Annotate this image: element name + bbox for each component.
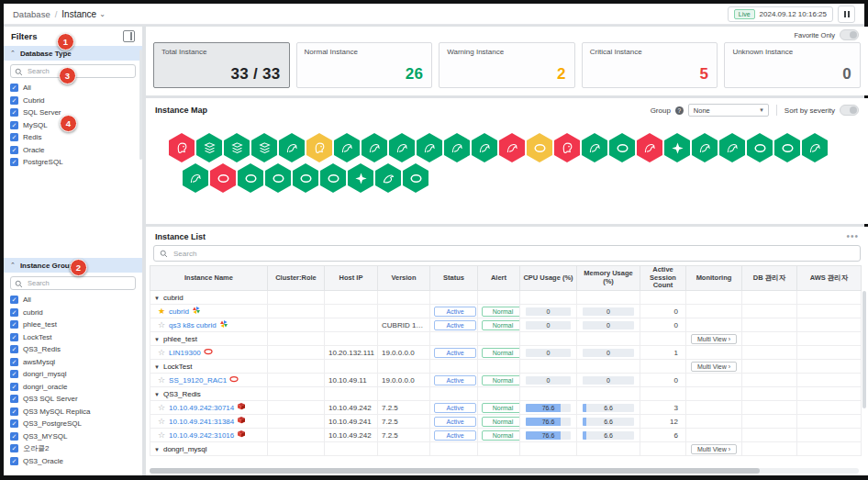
star-outline-icon[interactable]: ☆: [158, 430, 165, 440]
filter-checkbox-item[interactable]: ✓QS3_PostgreSQL: [10, 418, 136, 430]
status-badge[interactable]: Active: [434, 403, 476, 413]
filter-checkbox-item[interactable]: ✓cubrid: [10, 307, 136, 319]
multi-view-button[interactable]: Multi View ›: [691, 334, 737, 344]
alert-badge[interactable]: Normal: [482, 375, 520, 385]
checkbox-checked-icon[interactable]: ✓: [10, 358, 18, 366]
checkbox-checked-icon[interactable]: ✓: [10, 158, 18, 166]
chevron-down-icon[interactable]: ⌄: [99, 10, 106, 18]
collapse-triangle-icon[interactable]: ▼: [154, 392, 160, 397]
instance-hex-oracle-warning[interactable]: [527, 133, 552, 162]
help-icon[interactable]: ?: [675, 106, 684, 115]
filter-checkbox-item[interactable]: ✓dongri_mysql: [10, 368, 136, 381]
collapse-triangle-icon[interactable]: ▼: [154, 337, 160, 342]
instance-hex-oracle-normal[interactable]: [609, 133, 635, 162]
filter-checkbox-item[interactable]: ✓QS3 SQL Server: [10, 393, 136, 406]
instance-row[interactable]: ☆10.10.49.241:3138410.10.49.2417.2.5Acti…: [150, 415, 862, 429]
checkbox-checked-icon[interactable]: ✓: [10, 444, 18, 452]
instance-hex-oracle-critical[interactable]: [210, 163, 236, 193]
column-header[interactable]: Memory Usage (%): [577, 266, 640, 291]
summary-card[interactable]: Total Instance33 / 33: [153, 42, 290, 88]
instance-row[interactable]: ☆qs3 k8s cubridCUBRID 10.1 (1...ActiveNo…: [150, 318, 862, 332]
status-badge[interactable]: Active: [434, 430, 476, 441]
alert-badge[interactable]: Normal: [482, 348, 520, 358]
filter-checkbox-item[interactable]: ✓phlee_test: [10, 318, 136, 331]
collapse-panel-icon[interactable]: [123, 30, 135, 42]
instance-hex-postgres-critical[interactable]: [169, 133, 195, 162]
instance-hex-mysql-normal[interactable]: [719, 133, 745, 162]
checkbox-checked-icon[interactable]: ✓: [10, 432, 18, 441]
alert-badge[interactable]: Normal: [482, 403, 520, 413]
column-header[interactable]: Active Session Count: [640, 266, 686, 291]
instance-row[interactable]: ★cubridActiveNormal000: [150, 305, 862, 318]
filter-checkbox-item[interactable]: ✓All: [10, 294, 136, 307]
alert-badge[interactable]: Normal: [482, 430, 520, 441]
checkbox-checked-icon[interactable]: ✓: [10, 96, 18, 105]
instance-hex-mysql-normal[interactable]: [334, 133, 360, 162]
group-select[interactable]: None▾: [688, 104, 769, 117]
status-badge[interactable]: Active: [434, 348, 476, 358]
sort-by-severity-toggle[interactable]: [840, 105, 859, 116]
instance-row[interactable]: ☆SS_19120_RAC110.10.49.1119.0.0.0.0Activ…: [150, 374, 862, 387]
checkbox-checked-icon[interactable]: ✓: [10, 333, 18, 341]
alert-badge[interactable]: Normal: [482, 417, 520, 427]
checkbox-checked-icon[interactable]: ✓: [10, 383, 18, 391]
instance-hex-redis-normal[interactable]: [224, 133, 250, 162]
instance-hex-mysql-critical[interactable]: [499, 133, 525, 162]
column-header[interactable]: Host IP: [325, 266, 378, 291]
column-header[interactable]: Alert: [478, 266, 520, 291]
instance-hex-mysql-normal[interactable]: [389, 133, 415, 162]
instance-hex-mysql-normal[interactable]: [279, 133, 305, 162]
checkbox-checked-icon[interactable]: ✓: [10, 345, 18, 353]
instance-name-link[interactable]: LIN19300: [169, 349, 201, 357]
star-outline-icon[interactable]: ☆: [158, 403, 165, 412]
instance-hex-cubrid-normal[interactable]: [348, 163, 373, 193]
instance-hex-oracle-normal[interactable]: [747, 133, 773, 162]
instance-hex-postgres-warning[interactable]: [306, 133, 332, 162]
multi-view-button[interactable]: Multi View ›: [691, 444, 737, 454]
checkbox-checked-icon[interactable]: ✓: [10, 146, 18, 154]
favorite-star-icon[interactable]: ★: [158, 307, 165, 316]
instance-name-link[interactable]: 10.10.49.242:30714: [169, 404, 234, 412]
filter-checkbox-item[interactable]: ✓QS3_Oracle: [10, 455, 136, 468]
instance-hex-oracle-normal[interactable]: [320, 163, 346, 193]
multi-view-button[interactable]: Multi View ›: [691, 362, 737, 372]
checkbox-checked-icon[interactable]: ✓: [10, 296, 18, 304]
column-header[interactable]: CPU Usage (%): [520, 266, 577, 291]
instance-hex-mysql-normal[interactable]: [362, 133, 387, 162]
star-outline-icon[interactable]: ☆: [158, 417, 165, 426]
column-header[interactable]: Monitoring: [686, 266, 742, 291]
group-row[interactable]: ▼LockTestMulti View ›: [150, 360, 862, 374]
instance-name-link[interactable]: cubrid: [169, 307, 189, 316]
checkbox-checked-icon[interactable]: ✓: [10, 84, 18, 92]
star-outline-icon[interactable]: ☆: [158, 348, 165, 357]
instance-hex-mysql-normal[interactable]: [444, 133, 470, 162]
instance-hex-oracle-normal[interactable]: [238, 163, 263, 193]
summary-card[interactable]: Unknown Instance0: [724, 42, 861, 88]
checkbox-checked-icon[interactable]: ✓: [10, 121, 18, 129]
checkbox-checked-icon[interactable]: ✓: [10, 457, 18, 465]
filter-checkbox-item[interactable]: ✓Redis: [10, 131, 136, 144]
column-header[interactable]: Version: [378, 266, 430, 291]
instance-hex-oracle-normal[interactable]: [293, 163, 318, 193]
checkbox-checked-icon[interactable]: ✓: [10, 133, 18, 141]
filter-checkbox-item[interactable]: ✓Cubrid: [10, 95, 136, 107]
instance-hex-oracle-normal[interactable]: [265, 163, 291, 193]
instance-hex-mysql-normal[interactable]: [183, 163, 208, 193]
instance-hex-oracle-normal[interactable]: [774, 133, 800, 162]
collapse-triangle-icon[interactable]: ▼: [154, 447, 160, 452]
instance-name-link[interactable]: 10.10.49.241:31384: [169, 418, 234, 426]
star-outline-icon[interactable]: ☆: [158, 320, 165, 329]
instance-hex-redis-normal[interactable]: [251, 133, 277, 162]
column-header[interactable]: Cluster:Role: [268, 266, 325, 291]
more-options-icon[interactable]: •••: [846, 231, 859, 241]
checkbox-checked-icon[interactable]: ✓: [10, 108, 18, 117]
instance-name-link[interactable]: qs3 k8s cubrid: [169, 321, 217, 329]
filter-checkbox-item[interactable]: ✓QS3_Redis: [10, 343, 136, 356]
alert-badge[interactable]: Normal: [482, 320, 520, 330]
filter-checkbox-item[interactable]: ✓QS3_MYSQL: [10, 430, 136, 443]
instance-hex-oracle-normal[interactable]: [403, 163, 428, 193]
instance-hex-postgres-critical[interactable]: [554, 133, 580, 162]
filter-checkbox-item[interactable]: ✓오라클2: [10, 442, 136, 455]
star-outline-icon[interactable]: ☆: [158, 375, 165, 385]
table-horizontal-scrollbar[interactable]: [150, 468, 859, 474]
